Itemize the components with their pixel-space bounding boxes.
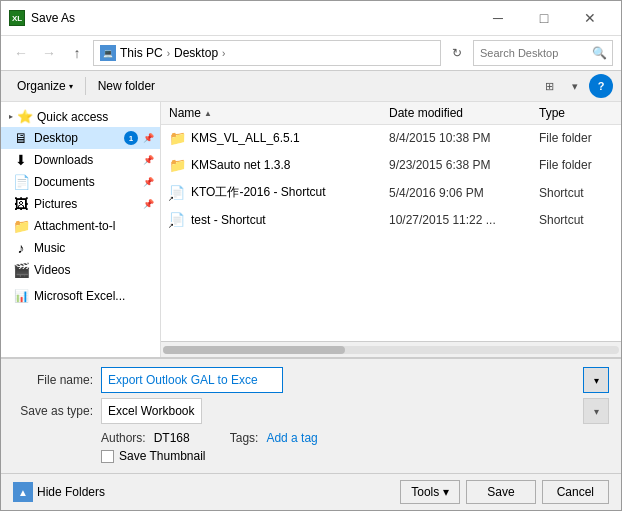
save-as-dialog: XL Save As ─ □ ✕ ← → ↑ 💻 This PC › Deskt… <box>0 0 622 511</box>
sidebar-item-music[interactable]: ♪ Music <box>1 237 160 259</box>
search-wrapper: 🔍 <box>473 40 613 66</box>
filename-wrapper: ▾ <box>101 367 609 393</box>
organize-button[interactable]: Organize ▾ <box>9 76 81 96</box>
content-area: ▸ ⭐ Quick access 🖥 Desktop 1 📌 ⬇ Downloa… <box>1 102 621 358</box>
tools-label: Tools <box>411 485 439 499</box>
up-button[interactable]: ↑ <box>65 41 89 65</box>
desktop-icon: 🖥 <box>13 130 29 146</box>
sidebar-item-documents[interactable]: 📄 Documents 📌 <box>1 171 160 193</box>
action-row: ▲ Hide Folders Tools ▾ Save Cancel <box>1 473 621 510</box>
pc-icon: 💻 <box>100 45 116 61</box>
file-list-area: Name ▲ Date modified Type 📁 KMS_VL_ALL_6… <box>161 102 621 357</box>
sidebar-documents-label: Documents <box>34 175 138 189</box>
filename-input[interactable] <box>101 367 283 393</box>
cancel-button[interactable]: Cancel <box>542 480 609 504</box>
col-date[interactable]: Date modified <box>381 102 531 124</box>
breadcrumb-current: Desktop <box>174 46 218 60</box>
quick-access-header[interactable]: ▸ ⭐ Quick access <box>1 106 160 127</box>
file-type: File folder <box>531 155 621 175</box>
help-button[interactable]: ? <box>589 74 613 98</box>
scrollbar-track <box>163 346 619 354</box>
file-name-cell: 📁 KMSauto net 1.3.8 <box>161 154 381 176</box>
address-bar: ← → ↑ 💻 This PC › Desktop › ↻ 🔍 <box>1 36 621 71</box>
file-type: Shortcut <box>531 183 621 203</box>
col-name[interactable]: Name ▲ <box>161 102 381 124</box>
thumbnail-label: Save Thumbnail <box>119 449 206 463</box>
shortcut-icon: 📄 ↗ <box>169 185 185 201</box>
window-title: Save As <box>31 11 469 25</box>
minimize-button[interactable]: ─ <box>475 7 521 29</box>
savetype-label: Save as type: <box>13 404 93 418</box>
file-list-header: Name ▲ Date modified Type <box>161 102 621 125</box>
back-button[interactable]: ← <box>9 41 33 65</box>
breadcrumb-sep2: › <box>222 48 225 59</box>
file-name-cell: 📄 ↗ test - Shortcut <box>161 209 381 231</box>
hide-folders-label: Hide Folders <box>37 485 105 499</box>
breadcrumb[interactable]: 💻 This PC › Desktop › <box>93 40 441 66</box>
documents-icon: 📄 <box>13 174 29 190</box>
sidebar-item-downloads[interactable]: ⬇ Downloads 📌 <box>1 149 160 171</box>
window-controls: ─ □ ✕ <box>475 7 613 29</box>
folder-icon: 📁 <box>169 130 185 146</box>
desktop-badge: 1 <box>124 131 138 145</box>
file-type: File folder <box>531 128 621 148</box>
table-row[interactable]: 📄 ↗ KTO工作-2016 - Shortcut 5/4/2016 9:06 … <box>161 179 621 207</box>
breadcrumb-sep1: › <box>167 48 170 59</box>
sidebar-excel-label: Microsoft Excel... <box>34 289 154 303</box>
tags-value[interactable]: Add a tag <box>266 431 317 445</box>
authors-label: Authors: <box>101 431 146 445</box>
view-details-button[interactable]: ⊞ <box>537 74 561 98</box>
table-row[interactable]: 📁 KMS_VL_ALL_6.5.1 8/4/2015 10:38 PM Fil… <box>161 125 621 152</box>
sidebar-item-excel[interactable]: 📊 Microsoft Excel... <box>1 285 160 307</box>
bottom-form: File name: ▾ Save as type: Excel Workboo… <box>1 358 621 473</box>
sidebar-item-desktop[interactable]: 🖥 Desktop 1 📌 <box>1 127 160 149</box>
shortcut-icon: 📄 ↗ <box>169 212 185 228</box>
forward-button[interactable]: → <box>37 41 61 65</box>
file-name-cell: 📄 ↗ KTO工作-2016 - Shortcut <box>161 181 381 204</box>
sidebar: ▸ ⭐ Quick access 🖥 Desktop 1 📌 ⬇ Downloa… <box>1 102 161 357</box>
sidebar-music-label: Music <box>34 241 154 255</box>
horizontal-scrollbar[interactable] <box>161 341 621 357</box>
filename-dropdown-button[interactable]: ▾ <box>583 367 609 393</box>
quick-access-label: Quick access <box>37 110 108 124</box>
scrollbar-thumb <box>163 346 345 354</box>
sidebar-pictures-label: Pictures <box>34 197 138 211</box>
savetype-select[interactable]: Excel Workbook <box>101 398 202 424</box>
filename-row: File name: ▾ <box>13 367 609 393</box>
new-folder-button[interactable]: New folder <box>90 76 163 96</box>
toolbar: Organize ▾ New folder ⊞ ▾ ? <box>1 71 621 102</box>
authors-value: DT168 <box>154 431 190 445</box>
form-meta: Authors: DT168 Tags: Add a tag <box>101 429 609 449</box>
sidebar-item-attachment[interactable]: 📁 Attachment-to-l <box>1 215 160 237</box>
file-date: 9/23/2015 6:38 PM <box>381 155 531 175</box>
refresh-button[interactable]: ↻ <box>445 41 469 65</box>
sidebar-videos-label: Videos <box>34 263 154 277</box>
hide-folders-icon: ▲ <box>13 482 33 502</box>
file-date: 5/4/2016 9:06 PM <box>381 183 531 203</box>
table-row[interactable]: 📄 ↗ test - Shortcut 10/27/2015 11:22 ...… <box>161 207 621 234</box>
thumbnail-checkbox[interactable] <box>101 450 114 463</box>
excel-icon: 📊 <box>13 288 29 304</box>
videos-icon: 🎬 <box>13 262 29 278</box>
close-button[interactable]: ✕ <box>567 7 613 29</box>
sidebar-attachment-label: Attachment-to-l <box>34 219 154 233</box>
app-icon: XL <box>9 10 25 26</box>
folder-icon: 📁 <box>169 157 185 173</box>
documents-pin-icon: 📌 <box>143 177 154 187</box>
hide-folders-button[interactable]: ▲ Hide Folders <box>13 482 105 502</box>
search-icon: 🔍 <box>592 46 607 60</box>
breadcrumb-pc: This PC <box>120 46 163 60</box>
new-folder-label: New folder <box>98 79 155 93</box>
file-name: KMS_VL_ALL_6.5.1 <box>191 131 300 145</box>
maximize-button[interactable]: □ <box>521 7 567 29</box>
view-chevron-button[interactable]: ▾ <box>563 74 587 98</box>
sidebar-downloads-label: Downloads <box>34 153 138 167</box>
col-type[interactable]: Type <box>531 102 621 124</box>
tools-button[interactable]: Tools ▾ <box>400 480 460 504</box>
cancel-label: Cancel <box>557 485 594 499</box>
sidebar-item-pictures[interactable]: 🖼 Pictures 📌 <box>1 193 160 215</box>
save-button[interactable]: Save <box>466 480 535 504</box>
desktop-pin-icon: 📌 <box>143 133 154 143</box>
table-row[interactable]: 📁 KMSauto net 1.3.8 9/23/2015 6:38 PM Fi… <box>161 152 621 179</box>
sidebar-item-videos[interactable]: 🎬 Videos <box>1 259 160 281</box>
